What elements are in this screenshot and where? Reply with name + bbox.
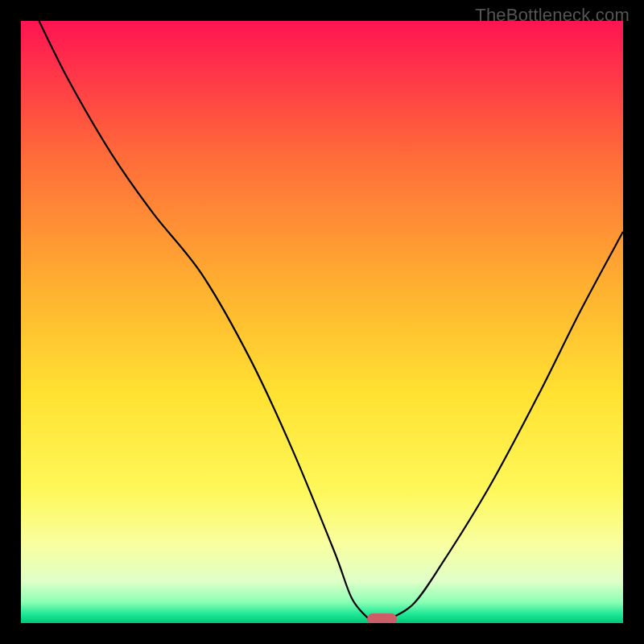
bottleneck-chart bbox=[21, 21, 623, 623]
gradient-background bbox=[21, 21, 623, 623]
plot-frame bbox=[21, 21, 623, 623]
watermark-text: TheBottleneck.com bbox=[475, 5, 630, 26]
minimum-marker bbox=[367, 613, 397, 623]
